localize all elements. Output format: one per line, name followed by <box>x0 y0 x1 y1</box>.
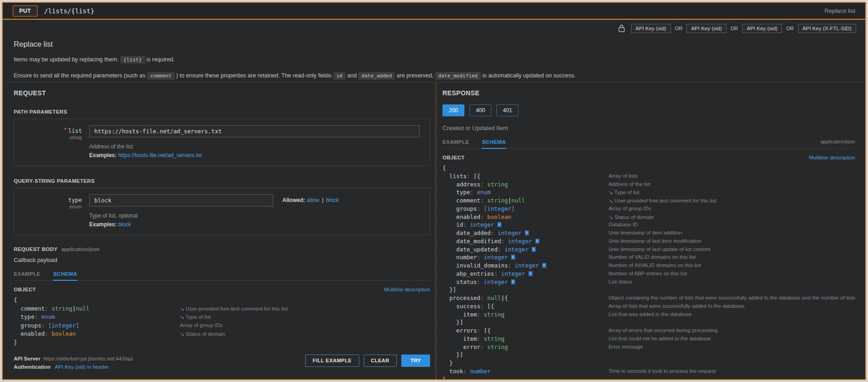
request-body-mime: application/json <box>61 246 100 252</box>
field-description: Unix timestamp of item addition <box>609 230 682 235</box>
clear-button[interactable]: CLEAR <box>364 355 397 367</box>
authentication-link[interactable]: API Key (sid) in header <box>55 364 109 370</box>
tab-schema[interactable]: SCHEMA <box>53 271 77 281</box>
status-code-tabs: 200400401 <box>442 104 855 116</box>
inline-code-chip: date_added <box>358 72 395 80</box>
path-parameters-heading: PATH PARAMETERS <box>14 109 430 115</box>
lock-icon <box>618 24 625 33</box>
query-param-example-link[interactable]: block <box>118 221 131 228</box>
try-button[interactable]: TRY <box>401 355 430 367</box>
response-multiline-description-link[interactable]: Multiline description <box>809 155 855 160</box>
endpoint-header: PUT /lists/{list} Replace list <box>3 3 865 20</box>
status-tab-401[interactable]: 401 <box>496 104 518 116</box>
schema-line: } <box>14 339 436 348</box>
schema-line: id: integerDatabase ID <box>442 221 855 229</box>
integer-info-badge-icon[interactable] <box>532 247 536 252</box>
response-tab-schema[interactable]: SCHEMA <box>482 139 506 149</box>
status-tab-200[interactable]: 200 <box>442 104 464 116</box>
api-server-url: https://elderberrypi.jberries.net:443/ap… <box>43 356 133 361</box>
field-description: ↘ Status of domain <box>609 214 654 220</box>
auth-or-separator: OR <box>731 26 739 31</box>
schema-line: comment: string|null↘ User-provided free… <box>14 305 436 314</box>
action-buttons: FILL EXAMPLE CLEAR TRY <box>305 355 430 367</box>
schema-line: enabled: boolean↘ Status of domain <box>442 213 855 222</box>
field-description: Array of lists <box>609 173 637 179</box>
response-tabs: EXAMPLE SCHEMA application/json <box>442 139 855 149</box>
field-description: ↘ User-provided free-text comment for th… <box>609 197 717 204</box>
field-description: Unix timestamp of last update of list co… <box>609 246 710 252</box>
schema-line: comment: string|null↘ User-provided free… <box>442 197 855 205</box>
authentication-line: Authentication API Key (sid) in header <box>14 363 133 371</box>
request-object-label: OBJECT <box>14 287 36 292</box>
tab-example[interactable]: EXAMPLE <box>14 271 40 280</box>
query-param-type-input[interactable] <box>89 194 273 207</box>
field-description: Number of INVALID domains on this list <box>609 262 701 268</box>
field-description: List that could not be added to the data… <box>609 336 711 341</box>
path-param-example-link[interactable]: https://hosts-file.net/ad_servers.txt <box>118 152 202 158</box>
field-description: ↘ Status of domain <box>180 331 225 337</box>
integer-info-badge-icon[interactable] <box>511 255 515 260</box>
request-panel: REQUEST PATH PARAMETERS *list string Add… <box>3 82 436 379</box>
query-parameter-box: type enum Allowed: allow|block Type of l… <box>14 188 430 235</box>
inline-code-chip: date_modified <box>435 72 481 80</box>
schema-line: error: stringError message <box>442 344 855 352</box>
inline-code-chip: comment <box>147 72 174 80</box>
field-description: Array of lists that were successfully ad… <box>609 303 746 309</box>
auth-badge[interactable]: API Key (sid) <box>631 24 671 33</box>
field-description: Error message <box>609 344 643 349</box>
path-param-description: Address of the list <box>89 143 422 150</box>
integer-info-badge-icon[interactable] <box>511 279 515 284</box>
auth-badge[interactable]: API Key (sid) <box>686 24 726 33</box>
schema-line: } <box>442 376 855 381</box>
details-paragraph: Ensure to send all the required paramete… <box>14 72 854 79</box>
response-tab-example[interactable]: EXAMPLE <box>442 139 469 148</box>
field-description: Number of VALID domains on this list <box>609 254 695 260</box>
integer-info-badge-icon[interactable] <box>525 230 529 235</box>
query-parameters-heading: QUERY-STRING PARAMETERS <box>14 178 430 184</box>
endpoint-path: /lists/{list} <box>44 7 95 15</box>
integer-info-badge-icon[interactable] <box>535 239 539 244</box>
schema-line: abp_entries: integerNumber of ABP entrie… <box>442 270 855 278</box>
status-tab-400[interactable]: 400 <box>469 104 491 116</box>
schema-line: took: numberTime in seconds it took to p… <box>442 368 855 376</box>
schema-line: }] <box>442 319 855 327</box>
schema-line: { <box>442 164 855 173</box>
allowed-value-block[interactable]: block <box>326 197 339 203</box>
response-panel: RESPONSE 200400401 Created or Updated It… <box>436 82 865 379</box>
field-description: Time in seconds it took to process the r… <box>609 368 716 374</box>
schema-line: }] <box>442 351 855 360</box>
schema-line: errors: [{Array of errors that occurred … <box>442 327 855 335</box>
auth-badge[interactable]: API Key (sid) <box>742 24 782 33</box>
field-description: ↘ Type of list <box>180 314 211 320</box>
field-description: List that was added to the database <box>609 311 692 317</box>
request-body-tabs: EXAMPLE SCHEMA <box>14 271 430 281</box>
path-param-label: *list string <box>22 125 82 158</box>
api-doc-panel: PUT /lists/{list} Replace list API Key (… <box>2 2 866 380</box>
allowed-value-allow[interactable]: allow <box>307 197 319 203</box>
query-param-description: Type of list, optional <box>89 213 422 219</box>
request-body-schema: { comment: string|null↘ User-provided fr… <box>14 296 436 348</box>
integer-info-badge-icon[interactable] <box>497 222 501 227</box>
schema-line: { <box>14 296 436 305</box>
response-schema: { lists: [{Array of lists address: strin… <box>442 164 855 380</box>
response-content-type: application/json <box>820 139 855 144</box>
schema-line: enabled: boolean↘ Status of domain <box>14 330 436 339</box>
integer-info-badge-icon[interactable] <box>542 263 546 268</box>
auth-badges: API Key (sid)ORAPI Key (sid)ORAPI Key (s… <box>631 24 856 33</box>
auth-badge[interactable]: API Key (X-FTL-SID) <box>798 24 856 33</box>
auth-or-separator: OR <box>675 26 683 31</box>
field-description: ↘ User-provided free-text comment for th… <box>180 306 288 312</box>
schema-line: number: integerNumber of VALID domains o… <box>442 254 855 262</box>
response-object-label: OBJECT <box>442 155 464 160</box>
query-param-label: type enum <box>22 194 82 228</box>
api-server-line: API Serverhttps://elderberrypi.jberries.… <box>14 355 133 363</box>
path-parameter-box: *list string Address of the list Example… <box>14 119 430 166</box>
auth-or-separator: OR <box>786 26 794 31</box>
auth-methods-row: API Key (sid)ORAPI Key (sid)ORAPI Key (s… <box>3 20 865 33</box>
schema-line: date_modified: integerUnix timestamp of … <box>442 238 855 246</box>
integer-info-badge-icon[interactable] <box>528 271 533 276</box>
path-param-list-input[interactable] <box>89 125 420 137</box>
inline-code-chip: id <box>333 72 345 80</box>
request-multiline-description-link[interactable]: Multiline description <box>384 287 430 292</box>
fill-example-button[interactable]: FILL EXAMPLE <box>305 355 359 367</box>
